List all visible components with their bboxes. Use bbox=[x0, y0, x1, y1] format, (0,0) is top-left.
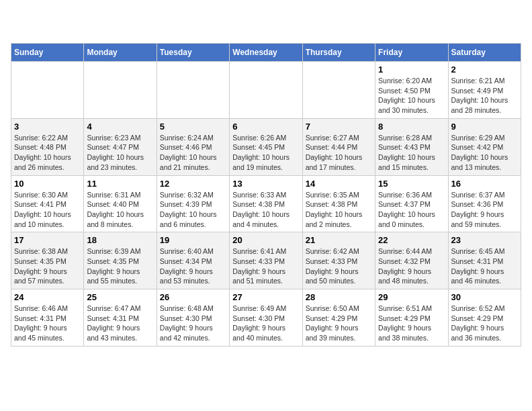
calendar-cell: 15Sunrise: 6:36 AM Sunset: 4:37 PM Dayli… bbox=[375, 175, 448, 232]
calendar-cell: 22Sunrise: 6:44 AM Sunset: 4:32 PM Dayli… bbox=[375, 232, 448, 289]
day-info: Sunrise: 6:26 AM Sunset: 4:45 PM Dayligh… bbox=[232, 133, 299, 173]
calendar-cell bbox=[302, 62, 375, 119]
weekday-header: Monday bbox=[84, 44, 157, 62]
day-number: 25 bbox=[87, 292, 153, 302]
day-info: Sunrise: 6:32 AM Sunset: 4:39 PM Dayligh… bbox=[160, 190, 226, 230]
calendar-cell: 25Sunrise: 6:47 AM Sunset: 4:31 PM Dayli… bbox=[84, 289, 157, 347]
calendar-cell: 28Sunrise: 6:50 AM Sunset: 4:29 PM Dayli… bbox=[302, 289, 375, 347]
day-info: Sunrise: 6:27 AM Sunset: 4:44 PM Dayligh… bbox=[306, 133, 372, 173]
day-number: 10 bbox=[14, 179, 81, 189]
calendar-cell: 7Sunrise: 6:27 AM Sunset: 4:44 PM Daylig… bbox=[302, 118, 375, 175]
calendar-cell: 3Sunrise: 6:22 AM Sunset: 4:48 PM Daylig… bbox=[11, 118, 84, 175]
calendar-cell: 5Sunrise: 6:24 AM Sunset: 4:46 PM Daylig… bbox=[157, 118, 229, 175]
calendar-cell: 17Sunrise: 6:38 AM Sunset: 4:35 PM Dayli… bbox=[11, 232, 84, 289]
day-number: 26 bbox=[160, 292, 226, 302]
calendar-cell: 19Sunrise: 6:40 AM Sunset: 4:34 PM Dayli… bbox=[157, 232, 229, 289]
day-number: 23 bbox=[451, 235, 518, 245]
day-info: Sunrise: 6:28 AM Sunset: 4:43 PM Dayligh… bbox=[378, 133, 445, 173]
day-info: Sunrise: 6:40 AM Sunset: 4:34 PM Dayligh… bbox=[160, 246, 226, 286]
calendar-cell: 9Sunrise: 6:29 AM Sunset: 4:42 PM Daylig… bbox=[448, 118, 521, 175]
day-number: 6 bbox=[232, 122, 299, 132]
page-header bbox=[11, 11, 521, 35]
day-info: Sunrise: 6:21 AM Sunset: 4:49 PM Dayligh… bbox=[451, 76, 518, 116]
weekday-header-row: SundayMondayTuesdayWednesdayThursdayFrid… bbox=[11, 44, 521, 62]
calendar-week-row: 3Sunrise: 6:22 AM Sunset: 4:48 PM Daylig… bbox=[11, 118, 521, 175]
day-info: Sunrise: 6:36 AM Sunset: 4:37 PM Dayligh… bbox=[378, 190, 445, 230]
day-number: 12 bbox=[160, 179, 226, 189]
day-info: Sunrise: 6:29 AM Sunset: 4:42 PM Dayligh… bbox=[451, 133, 518, 173]
calendar-cell: 16Sunrise: 6:37 AM Sunset: 4:36 PM Dayli… bbox=[448, 175, 521, 232]
day-info: Sunrise: 6:52 AM Sunset: 4:29 PM Dayligh… bbox=[451, 304, 518, 343]
calendar-week-row: 24Sunrise: 6:46 AM Sunset: 4:31 PM Dayli… bbox=[11, 289, 521, 347]
calendar-week-row: 10Sunrise: 6:30 AM Sunset: 4:41 PM Dayli… bbox=[11, 175, 521, 232]
day-number: 4 bbox=[87, 122, 153, 132]
day-info: Sunrise: 6:50 AM Sunset: 4:29 PM Dayligh… bbox=[306, 304, 372, 343]
day-number: 7 bbox=[306, 122, 372, 132]
day-number: 22 bbox=[378, 235, 445, 245]
day-info: Sunrise: 6:39 AM Sunset: 4:35 PM Dayligh… bbox=[87, 246, 153, 286]
day-info: Sunrise: 6:37 AM Sunset: 4:36 PM Dayligh… bbox=[451, 190, 518, 230]
day-info: Sunrise: 6:31 AM Sunset: 4:40 PM Dayligh… bbox=[87, 190, 153, 230]
calendar-week-row: 1Sunrise: 6:20 AM Sunset: 4:50 PM Daylig… bbox=[11, 62, 521, 119]
day-info: Sunrise: 6:35 AM Sunset: 4:38 PM Dayligh… bbox=[306, 190, 372, 230]
day-info: Sunrise: 6:41 AM Sunset: 4:33 PM Dayligh… bbox=[232, 246, 299, 286]
day-number: 16 bbox=[451, 179, 518, 189]
calendar-cell: 29Sunrise: 6:51 AM Sunset: 4:29 PM Dayli… bbox=[375, 289, 448, 347]
day-number: 13 bbox=[232, 179, 299, 189]
calendar-week-row: 17Sunrise: 6:38 AM Sunset: 4:35 PM Dayli… bbox=[11, 232, 521, 289]
day-info: Sunrise: 6:46 AM Sunset: 4:31 PM Dayligh… bbox=[14, 304, 81, 343]
calendar-cell: 30Sunrise: 6:52 AM Sunset: 4:29 PM Dayli… bbox=[448, 289, 521, 347]
calendar-cell: 14Sunrise: 6:35 AM Sunset: 4:38 PM Dayli… bbox=[302, 175, 375, 232]
day-number: 30 bbox=[451, 292, 518, 302]
weekday-header: Saturday bbox=[448, 44, 521, 62]
day-number: 18 bbox=[87, 235, 153, 245]
calendar-cell bbox=[157, 62, 229, 119]
weekday-header: Tuesday bbox=[157, 44, 229, 62]
weekday-header: Friday bbox=[375, 44, 448, 62]
calendar-cell: 10Sunrise: 6:30 AM Sunset: 4:41 PM Dayli… bbox=[11, 175, 84, 232]
logo bbox=[11, 11, 35, 35]
calendar-cell bbox=[11, 62, 84, 119]
day-number: 24 bbox=[14, 292, 81, 302]
calendar-cell bbox=[84, 62, 157, 119]
day-info: Sunrise: 6:38 AM Sunset: 4:35 PM Dayligh… bbox=[14, 246, 81, 286]
day-info: Sunrise: 6:45 AM Sunset: 4:31 PM Dayligh… bbox=[451, 246, 518, 286]
day-info: Sunrise: 6:51 AM Sunset: 4:29 PM Dayligh… bbox=[378, 304, 445, 343]
day-number: 15 bbox=[378, 179, 445, 189]
calendar-cell: 24Sunrise: 6:46 AM Sunset: 4:31 PM Dayli… bbox=[11, 289, 84, 347]
day-info: Sunrise: 6:30 AM Sunset: 4:41 PM Dayligh… bbox=[14, 190, 81, 230]
weekday-header: Sunday bbox=[11, 44, 84, 62]
day-number: 17 bbox=[14, 235, 81, 245]
calendar-cell: 4Sunrise: 6:23 AM Sunset: 4:47 PM Daylig… bbox=[84, 118, 157, 175]
day-number: 8 bbox=[378, 122, 445, 132]
day-number: 2 bbox=[451, 64, 518, 75]
day-number: 20 bbox=[232, 235, 299, 245]
day-number: 27 bbox=[232, 292, 299, 302]
calendar-cell: 1Sunrise: 6:20 AM Sunset: 4:50 PM Daylig… bbox=[375, 62, 448, 119]
day-number: 9 bbox=[451, 122, 518, 132]
calendar-cell: 21Sunrise: 6:42 AM Sunset: 4:33 PM Dayli… bbox=[302, 232, 375, 289]
day-number: 3 bbox=[14, 122, 81, 132]
day-info: Sunrise: 6:20 AM Sunset: 4:50 PM Dayligh… bbox=[378, 76, 445, 116]
day-number: 21 bbox=[306, 235, 372, 245]
calendar-cell: 12Sunrise: 6:32 AM Sunset: 4:39 PM Dayli… bbox=[157, 175, 229, 232]
calendar-cell: 8Sunrise: 6:28 AM Sunset: 4:43 PM Daylig… bbox=[375, 118, 448, 175]
weekday-header: Thursday bbox=[302, 44, 375, 62]
calendar-cell: 6Sunrise: 6:26 AM Sunset: 4:45 PM Daylig… bbox=[230, 118, 302, 175]
calendar-cell: 2Sunrise: 6:21 AM Sunset: 4:49 PM Daylig… bbox=[448, 62, 521, 119]
day-info: Sunrise: 6:48 AM Sunset: 4:30 PM Dayligh… bbox=[160, 304, 226, 343]
calendar-cell: 13Sunrise: 6:33 AM Sunset: 4:38 PM Dayli… bbox=[230, 175, 302, 232]
weekday-header: Wednesday bbox=[230, 44, 302, 62]
day-number: 1 bbox=[378, 64, 445, 75]
day-info: Sunrise: 6:42 AM Sunset: 4:33 PM Dayligh… bbox=[306, 246, 372, 286]
day-number: 19 bbox=[160, 235, 226, 245]
calendar-cell bbox=[230, 62, 302, 119]
logo-icon bbox=[11, 11, 35, 35]
day-info: Sunrise: 6:23 AM Sunset: 4:47 PM Dayligh… bbox=[87, 133, 153, 173]
calendar-cell: 11Sunrise: 6:31 AM Sunset: 4:40 PM Dayli… bbox=[84, 175, 157, 232]
day-number: 29 bbox=[378, 292, 445, 302]
day-number: 14 bbox=[306, 179, 372, 189]
calendar-cell: 18Sunrise: 6:39 AM Sunset: 4:35 PM Dayli… bbox=[84, 232, 157, 289]
day-info: Sunrise: 6:24 AM Sunset: 4:46 PM Dayligh… bbox=[160, 133, 226, 173]
day-info: Sunrise: 6:33 AM Sunset: 4:38 PM Dayligh… bbox=[232, 190, 299, 230]
